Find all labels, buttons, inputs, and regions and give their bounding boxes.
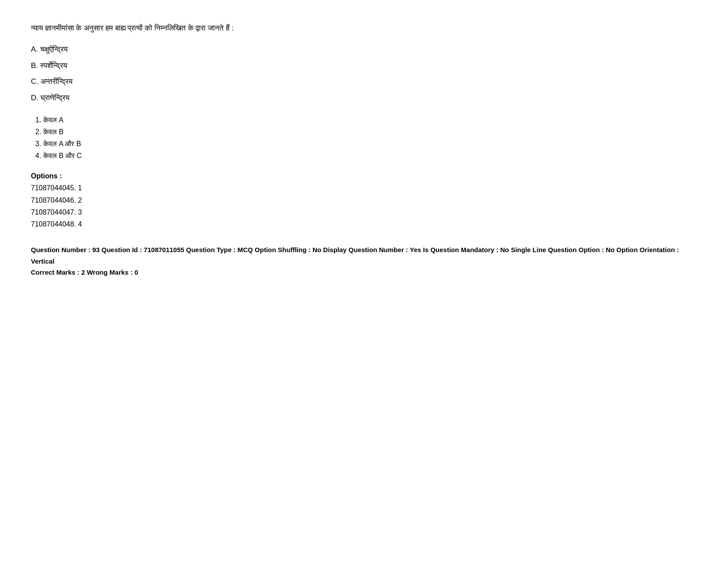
choice-c-text: अन्तरींन्द्रिय	[41, 77, 72, 86]
choice-b-text: स्पर्शेन्द्रिय	[40, 61, 67, 70]
option-code-3: 71087044047. 3	[31, 206, 697, 218]
choice-b-label: B.	[31, 61, 40, 70]
option-code-4-code: 71087044048.	[31, 220, 78, 228]
choice-d-label: D.	[31, 94, 41, 102]
option-code-4: 71087044048. 4	[31, 218, 697, 230]
option-code-1-code: 71087044045.	[31, 184, 78, 192]
answer-option-3: 3. केवल A और B	[35, 138, 697, 150]
option-code-3-code: 71087044047.	[31, 208, 78, 216]
option-code-1: 71087044045. 1	[31, 182, 697, 194]
meta-line1: Question Number : 93 Question Id : 71087…	[31, 244, 697, 267]
option-code-2: 71087044046. 2	[31, 194, 697, 206]
option-code-3-value: 3	[78, 208, 82, 216]
option-code-2-code: 71087044046.	[31, 196, 78, 204]
choice-a-label: A.	[31, 45, 40, 53]
answer-option-2-text: केवल B	[43, 128, 64, 136]
answer-option-4-number: 4.	[35, 152, 43, 159]
choice-a-text: चक्षुऐन्द्रिय	[40, 45, 68, 53]
answer-options-list: 1. केवल A 2. केवल B 3. केवल A और B 4. के…	[35, 114, 697, 162]
answer-option-2: 2. केवल B	[35, 126, 697, 138]
choice-b: B. स्पर्शेन्द्रिय	[31, 59, 697, 73]
answer-option-1-text: केवल A	[43, 116, 64, 124]
choice-d-text: घ्राणेन्द्रिय	[41, 94, 69, 102]
answer-option-4-text: केवल B और C	[43, 152, 82, 159]
answer-option-3-text: केवल A और B	[43, 140, 81, 147]
option-code-2-value: 2	[78, 196, 82, 204]
meta-line2: Correct Marks : 2 Wrong Marks : 0	[31, 267, 697, 278]
choice-d: D. घ्राणेन्द्रिय	[31, 91, 697, 105]
option-code-4-value: 4	[78, 220, 82, 228]
answer-option-3-number: 3.	[35, 140, 43, 147]
answer-option-2-number: 2.	[35, 128, 43, 136]
choice-c: C. अन्तरींन्द्रिय	[31, 75, 697, 89]
choice-c-label: C.	[31, 77, 41, 86]
answer-option-1: 1. केवल A	[35, 114, 697, 126]
option-code-1-value: 1	[78, 184, 82, 192]
options-label: Options :	[31, 172, 697, 180]
choices-list: A. चक्षुऐन्द्रिय B. स्पर्शेन्द्रिय C. अन…	[31, 43, 697, 105]
options-section: Options : 71087044045. 1 71087044046. 2 …	[31, 172, 697, 230]
choice-a: A. चक्षुऐन्द्रिय	[31, 43, 697, 57]
question-intro: न्याय ज्ञानमीमांसा के अनुसार हम बाह्य प्…	[31, 22, 697, 34]
answer-option-1-number: 1.	[35, 116, 43, 124]
meta-section: Question Number : 93 Question Id : 71087…	[31, 244, 697, 278]
answer-option-4: 4. केवल B और C	[35, 150, 697, 162]
